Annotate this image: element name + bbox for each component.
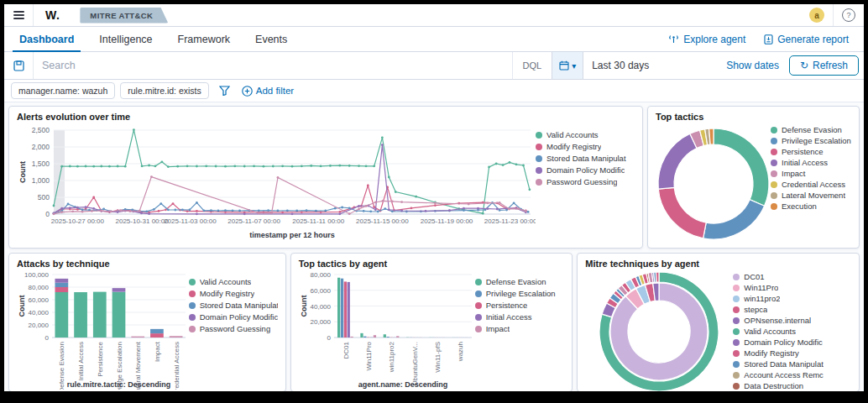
- legend-label: Privilege Escalation: [782, 136, 851, 145]
- svg-text:2,000: 2,000: [32, 143, 50, 151]
- legend-label: Valid Accounts: [546, 130, 599, 139]
- timespan-value[interactable]: Last 30 days: [583, 60, 726, 71]
- top-tactics-donut-chart[interactable]: [656, 123, 771, 244]
- legend-item[interactable]: Valid Accounts: [733, 327, 832, 336]
- legend-item[interactable]: Modify Registry: [189, 289, 278, 298]
- legend-item[interactable]: Initial Access: [475, 312, 562, 322]
- legend-label: stepca: [744, 305, 767, 314]
- add-filter-button[interactable]: Add filter: [242, 86, 294, 97]
- legend-dot: [475, 326, 482, 332]
- legend-item[interactable]: Domain Policy Modific: [189, 312, 278, 322]
- svg-text:Initial Access: Initial Access: [77, 342, 85, 380]
- saved-queries-button[interactable]: [4, 52, 34, 79]
- wazuh-logo[interactable]: W.: [34, 8, 71, 22]
- legend-label: Credential Access: [782, 180, 845, 189]
- attacks-by-technique-bar-chart[interactable]: 020,00040,00060,00080,000100,000Defense …: [17, 270, 189, 390]
- query-language-button[interactable]: DQL: [512, 52, 552, 79]
- svg-text:2025-11-19 00:00: 2025-11-19 00:00: [421, 217, 473, 225]
- legend-dot: [733, 274, 740, 280]
- svg-text:wazuh: wazuh: [457, 342, 464, 362]
- legend-dot: [733, 339, 740, 346]
- legend-dot: [771, 138, 777, 144]
- generate-report-button[interactable]: Generate report: [764, 34, 849, 45]
- filter-options-button[interactable]: [219, 86, 230, 96]
- legend-item[interactable]: Valid Accounts: [189, 277, 278, 286]
- refresh-button[interactable]: ↻ Refresh: [789, 55, 859, 76]
- legend-item[interactable]: DC01: [733, 272, 832, 281]
- tab-dashboard[interactable]: Dashboard: [13, 27, 81, 51]
- tab-framework[interactable]: Framework: [171, 27, 238, 51]
- legend-item[interactable]: Defense Evasion: [475, 277, 562, 286]
- svg-text:2025-10-27 00:00: 2025-10-27 00:00: [51, 217, 105, 225]
- legend-item[interactable]: Stored Data Manipulat: [189, 301, 278, 310]
- avatar[interactable]: a: [809, 8, 824, 23]
- svg-text:2025-11-23 00:00: 2025-11-23 00:00: [484, 217, 536, 225]
- legend-dot: [771, 203, 777, 210]
- legend-item[interactable]: Execution: [771, 202, 851, 211]
- legend-label: Impact: [782, 169, 806, 178]
- legend-item[interactable]: Privilege Escalation: [475, 289, 562, 298]
- legend-item[interactable]: Impact: [771, 169, 851, 178]
- legend-dot: [536, 132, 542, 139]
- filter-pill-mitre[interactable]: rule.mitre.id: exists: [120, 82, 209, 99]
- top-tactics-by-agent-legend: Defense EvasionPrivilege EscalationPersi…: [475, 270, 562, 333]
- svg-text:rule.mitre.tactic: Descending: rule.mitre.tactic: Descending: [67, 380, 171, 389]
- panel-alerts-evolution: Alerts evolution over time 05001,0001,50…: [8, 106, 643, 249]
- legend-item[interactable]: Data Destruction: [733, 381, 832, 390]
- legend-label: win11pro2: [744, 294, 780, 303]
- legend-item[interactable]: Impact: [475, 324, 562, 333]
- legend-label: Valid Accounts: [200, 277, 252, 286]
- legend-dot: [189, 279, 196, 285]
- filter-pill-manager[interactable]: manager.name: wazuh: [11, 82, 115, 99]
- legend-item[interactable]: Lateral Movement: [771, 191, 851, 200]
- mitre-techniques-donut-chart[interactable]: [585, 270, 733, 391]
- panel-title: Top tactics: [656, 112, 851, 122]
- alerts-evolution-line-chart[interactable]: 05001,0001,5002,0002,5002025-10-27 00:00…: [17, 123, 536, 241]
- breadcrumb[interactable]: MITRE ATT&CK: [80, 8, 168, 24]
- report-icon: [764, 34, 773, 44]
- legend-item[interactable]: Stored Data Manipulat: [733, 359, 832, 369]
- legend-item[interactable]: Credential Access: [771, 180, 851, 189]
- legend-item[interactable]: Win11Pro: [733, 283, 832, 292]
- funnel-icon: [219, 86, 230, 96]
- menu-button[interactable]: [4, 4, 34, 26]
- legend-label: Lateral Movement: [782, 191, 845, 200]
- explore-agent-button[interactable]: Explore agent: [668, 34, 745, 45]
- legend-label: Win11Pro: [744, 283, 778, 292]
- legend-item[interactable]: Valid Accounts: [536, 130, 630, 139]
- legend-label: Initial Access: [486, 312, 532, 322]
- legend-item[interactable]: Domain Policy Modific: [536, 165, 630, 175]
- help-icon[interactable]: ?: [842, 8, 855, 22]
- svg-text:0: 0: [45, 210, 50, 218]
- legend-dot: [771, 181, 777, 188]
- legend-item[interactable]: stepca: [733, 305, 832, 314]
- legend-item[interactable]: Initial Access: [771, 158, 851, 167]
- legend-item[interactable]: Account Access Remc: [733, 370, 832, 379]
- legend-item[interactable]: Privilege Escalation: [771, 136, 851, 145]
- mitre-techniques-legend: DC01Win11Prowin11pro2stepcaOPNsense.inte…: [733, 270, 832, 391]
- show-dates-link[interactable]: Show dates: [726, 60, 789, 71]
- legend-item[interactable]: Persistence: [475, 301, 562, 310]
- legend-label: Modify Registry: [546, 142, 601, 151]
- legend-item[interactable]: Modify Registry: [733, 348, 832, 358]
- legend-dot: [475, 302, 482, 309]
- legend-dot: [733, 285, 740, 291]
- legend-item[interactable]: Password Guessing: [189, 324, 278, 333]
- svg-text:Count: Count: [18, 296, 26, 317]
- legend-item[interactable]: Domain Policy Modific: [733, 338, 832, 347]
- legend-label: Modify Registry: [200, 289, 254, 298]
- legend-item[interactable]: OPNsense.internal: [733, 316, 832, 325]
- legend-item[interactable]: Modify Registry: [536, 142, 630, 151]
- tab-intelligence[interactable]: Intelligence: [92, 27, 159, 51]
- legend-label: Account Access Remc: [744, 370, 824, 379]
- legend-item[interactable]: Persistence: [771, 147, 851, 156]
- legend-item[interactable]: win11pro2: [733, 294, 832, 303]
- top-tactics-by-agent-bar-chart[interactable]: 020,00040,00060,00080,000DC01Win11Prowin…: [299, 270, 475, 390]
- legend-item[interactable]: Stored Data Manipulat: [536, 154, 630, 163]
- svg-text:2,500: 2,500: [32, 126, 50, 134]
- legend-item[interactable]: Defense Evasion: [771, 125, 851, 134]
- date-picker-button[interactable]: ▾: [552, 52, 583, 79]
- legend-item[interactable]: Password Guessing: [536, 177, 630, 186]
- tab-events[interactable]: Events: [248, 27, 294, 51]
- search-input[interactable]: [34, 60, 512, 71]
